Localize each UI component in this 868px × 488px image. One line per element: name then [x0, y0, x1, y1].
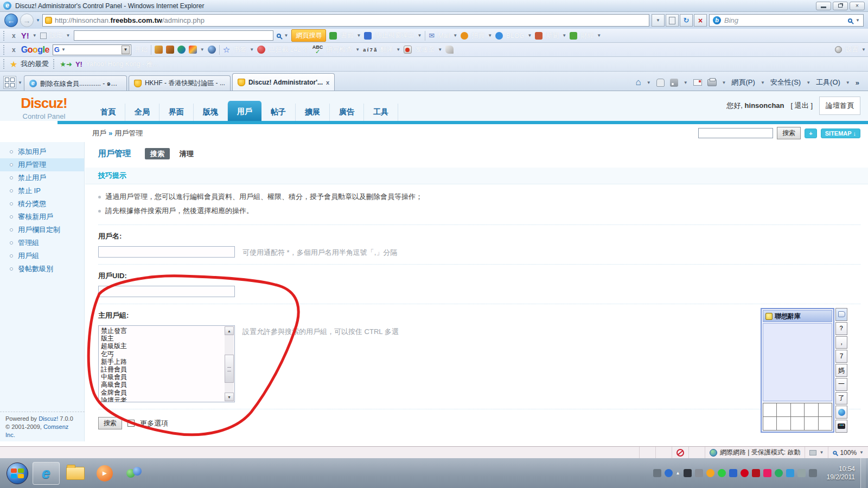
- home-icon[interactable]: ⌂: [635, 77, 641, 88]
- nav-interface[interactable]: 界面: [159, 104, 194, 121]
- spellcheck-icon[interactable]: ABC✓: [312, 45, 323, 54]
- group-option[interactable]: 禁止發言: [101, 327, 224, 335]
- sidebar-item-ban-ip[interactable]: 禁止 IP: [0, 184, 84, 197]
- close-button[interactable]: ×: [850, 2, 865, 10]
- zoom-dropdown[interactable]: ▼: [859, 450, 864, 455]
- tray-help-icon[interactable]: [665, 469, 673, 477]
- ime-key[interactable]: 媽: [835, 364, 847, 377]
- news-widget-icon[interactable]: [155, 46, 163, 54]
- stop-button[interactable]: ×: [694, 14, 707, 27]
- tray-icon[interactable]: [684, 469, 692, 477]
- search-box[interactable]: b Bing ▼: [709, 14, 864, 27]
- sidebar-item-moderate-new-users[interactable]: 審核新用戶: [0, 210, 84, 223]
- google-settings-label[interactable]: 设置: [845, 45, 858, 54]
- google-translate-dropdown[interactable]: ▼: [396, 47, 400, 52]
- nav-posts[interactable]: 帖子: [261, 104, 296, 121]
- sidebar-item-user-groups[interactable]: 用戶組: [0, 249, 84, 262]
- ime-keyboard-icon[interactable]: [835, 420, 847, 433]
- toolbar-overflow-chevron[interactable]: »: [856, 79, 859, 87]
- search-dropdown[interactable]: ▼: [856, 18, 860, 23]
- hand-icon[interactable]: [656, 79, 665, 87]
- toolbar-grip[interactable]: [3, 45, 5, 55]
- yahoo-mail-label[interactable]: Mail: [438, 32, 450, 40]
- google-settings-dropdown[interactable]: ▼: [861, 47, 866, 52]
- username-input[interactable]: [98, 246, 235, 258]
- nav-ads[interactable]: 廣告: [330, 104, 364, 121]
- discuz-link[interactable]: Discuz!: [39, 415, 58, 422]
- ime-balloon-icon[interactable]: [835, 406, 847, 419]
- popup-blocker-icon[interactable]: [364, 32, 372, 40]
- protected-mode-icon[interactable]: [809, 450, 816, 455]
- refresh-button[interactable]: ↻: [680, 14, 693, 27]
- news-icon[interactable]: [535, 32, 542, 40]
- forum-home-button[interactable]: 論壇首頁: [819, 97, 860, 115]
- forward-button[interactable]: →: [20, 14, 34, 27]
- ime-key[interactable]: ，: [835, 336, 847, 349]
- sitemap-button[interactable]: SITEMAP ↓: [821, 129, 860, 138]
- tab-list-dropdown[interactable]: ▼: [18, 80, 22, 85]
- tray-expand-icon[interactable]: ▲: [676, 471, 680, 476]
- safety-menu[interactable]: 安全性(S): [770, 78, 801, 87]
- show-desktop-button[interactable]: [860, 458, 866, 488]
- taskbar-explorer-icon[interactable]: [62, 462, 89, 485]
- yahoo-bookmarks-label[interactable]: 書籤: [340, 31, 353, 40]
- ime-key[interactable]: 7: [835, 350, 847, 363]
- google-translate-label[interactable]: 翻译: [380, 45, 393, 54]
- submit-search-button[interactable]: 搜索: [98, 417, 122, 429]
- sidebar-item-user-management[interactable]: 用戶管理: [0, 158, 84, 171]
- yahoo-news-label[interactable]: 新聞: [546, 31, 559, 40]
- yahoo-close-button[interactable]: x: [10, 32, 18, 40]
- sidebar-item-post-levels[interactable]: 發帖數級別: [0, 262, 84, 275]
- yahoo-finance-label[interactable]: 財經: [580, 31, 593, 40]
- favorite-item-yahoo-hk[interactable]: Yahoo! Hong Kong - 雅...: [86, 60, 158, 69]
- nav-users-active[interactable]: 用戶: [228, 101, 261, 121]
- taskbar-messenger-icon[interactable]: [120, 462, 148, 485]
- messenger-icon[interactable]: [177, 46, 186, 54]
- tray-icon[interactable]: [786, 469, 794, 477]
- page-menu[interactable]: 網頁(P): [732, 78, 755, 87]
- add-favorite-icon[interactable]: ★➜: [60, 60, 72, 68]
- address-bar[interactable]: http://hinsonchan.freebbs.com.tw/admincp…: [42, 14, 649, 27]
- tray-icon[interactable]: [695, 469, 703, 477]
- earth-icon[interactable]: [208, 46, 216, 54]
- yahoo-finance-dropdown[interactable]: ▼: [597, 33, 601, 38]
- google-bookmarks-dropdown[interactable]: ▼: [250, 47, 254, 52]
- google-spell-dropdown[interactable]: ▼: [355, 47, 360, 52]
- yahoo-search-dropdown[interactable]: ▼: [284, 33, 289, 38]
- google-bookmark-icon[interactable]: ☆: [223, 45, 230, 55]
- google-logo[interactable]: Google: [21, 45, 49, 55]
- tab-search[interactable]: 搜索: [145, 148, 170, 159]
- tray-keyboard-icon[interactable]: [653, 469, 661, 477]
- privacy-icon[interactable]: [676, 449, 684, 457]
- google-blocked-label[interactable]: 已拦截 242 个: [269, 45, 309, 54]
- group-listbox[interactable]: 禁止發言 版主 超級版主 乞丐 新手上路 註冊會員 中級會員 高級會員 金牌會員…: [98, 325, 235, 402]
- print-dropdown[interactable]: ▼: [722, 80, 726, 85]
- yahoo-logo-dropdown[interactable]: ▼: [33, 33, 37, 38]
- popup-blocked-icon[interactable]: [257, 46, 265, 54]
- finance-icon[interactable]: [570, 32, 577, 40]
- zoom-control[interactable]: 100% ▼: [828, 447, 868, 458]
- feed-dropdown[interactable]: ▼: [684, 80, 688, 85]
- nav-forums[interactable]: 版塊: [194, 104, 228, 121]
- browser-tab-3-active[interactable]: Discuz! Administrator'... x: [232, 73, 335, 91]
- nav-tools[interactable]: 工具: [364, 104, 398, 121]
- nav-extensions[interactable]: 擴展: [296, 104, 330, 121]
- read-mail-icon[interactable]: [693, 79, 702, 86]
- group-option[interactable]: 論壇元老: [101, 396, 224, 402]
- widget-dropdown[interactable]: ▼: [200, 47, 205, 52]
- compatibility-view-button[interactable]: [666, 14, 679, 27]
- admin-search-button[interactable]: 搜索: [777, 127, 801, 139]
- search-icon[interactable]: [848, 18, 852, 23]
- expand-button[interactable]: +: [805, 129, 816, 138]
- group-option[interactable]: 超級版主: [101, 342, 224, 350]
- rss-feed-icon[interactable]: [670, 79, 678, 87]
- google-send-dropdown[interactable]: ▼: [438, 47, 442, 52]
- tools-menu[interactable]: 工具(O): [816, 78, 840, 87]
- tray-volume-icon[interactable]: [809, 469, 817, 477]
- yahoo-popup-dropdown[interactable]: ▼: [417, 33, 422, 38]
- more-options-checkbox[interactable]: [127, 420, 135, 427]
- add-bookmark-icon[interactable]: [329, 32, 337, 40]
- quick-tabs-icon[interactable]: [3, 76, 16, 89]
- yahoo-search-input[interactable]: [74, 30, 273, 41]
- zone-dropdown[interactable]: ▼: [819, 450, 824, 455]
